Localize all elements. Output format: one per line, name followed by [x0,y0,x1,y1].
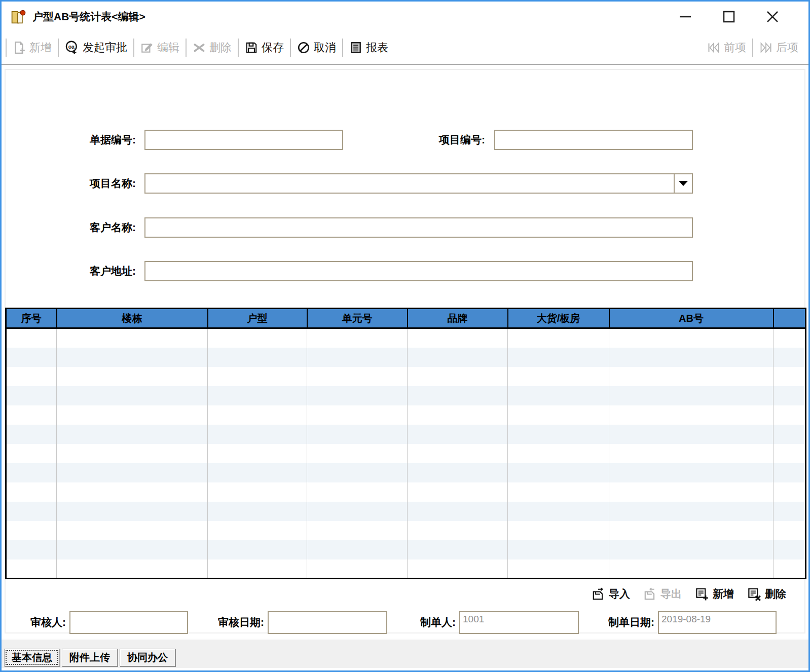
table-cell[interactable] [408,348,508,367]
table-cell[interactable] [609,348,774,367]
table-row[interactable] [6,559,806,579]
table-cell[interactable] [208,328,307,348]
table-row[interactable] [6,328,806,348]
table-cell[interactable] [508,386,609,405]
report-button[interactable]: 报表 [349,40,388,55]
table-cell[interactable] [6,328,57,348]
table-cell[interactable] [6,463,57,482]
table-cell[interactable] [208,386,307,405]
table-cell[interactable] [774,540,806,559]
table-cell[interactable] [609,463,774,482]
project-name-dropdown-button[interactable] [674,174,692,193]
table-cell[interactable] [307,348,408,367]
table-cell[interactable] [57,559,208,579]
table-row[interactable] [6,386,806,405]
table-cell[interactable] [307,405,408,425]
table-cell[interactable] [208,502,307,521]
creator-input[interactable]: 1001 [459,611,579,634]
delete-button[interactable]: 删除 [193,40,232,55]
table-cell[interactable] [307,425,408,444]
delete-row-button[interactable]: 删除 [747,587,786,601]
table-cell[interactable] [508,348,609,367]
table-cell[interactable] [408,463,508,482]
table-cell[interactable] [609,425,774,444]
table-cell[interactable] [57,367,208,386]
import-button[interactable]: 导入 [592,587,630,601]
table-cell[interactable] [774,367,806,386]
close-button[interactable] [763,7,782,26]
table-cell[interactable] [208,444,307,463]
table-cell[interactable] [508,405,609,425]
table-cell[interactable] [408,367,508,386]
table-cell[interactable] [307,502,408,521]
table-cell[interactable] [208,463,307,482]
table-cell[interactable] [774,328,806,348]
maximize-button[interactable] [719,7,739,26]
table-cell[interactable] [208,405,307,425]
customer-address-input[interactable] [144,261,693,281]
reviewer-input[interactable] [69,611,188,634]
table-cell[interactable] [6,444,57,463]
table-cell[interactable] [408,405,508,425]
table-cell[interactable] [508,328,609,348]
tab-collaboration[interactable]: 协同办公 [120,649,175,666]
table-cell[interactable] [6,348,57,367]
review-date-input[interactable] [268,611,387,634]
table-cell[interactable] [609,367,774,386]
table-row[interactable] [6,540,806,559]
table-row[interactable] [6,482,806,502]
table-row[interactable] [6,367,806,386]
table-cell[interactable] [208,540,307,559]
table-cell[interactable] [408,540,508,559]
table-row[interactable] [6,463,806,482]
table-cell[interactable] [57,502,208,521]
table-cell[interactable] [307,540,408,559]
table-cell[interactable] [57,328,208,348]
project-name-input[interactable] [145,174,674,193]
table-cell[interactable] [408,502,508,521]
table-cell[interactable] [508,425,609,444]
table-cell[interactable] [609,559,774,579]
table-cell[interactable] [6,482,57,502]
table-cell[interactable] [774,444,806,463]
table-row[interactable] [6,405,806,425]
table-cell[interactable] [307,367,408,386]
table-cell[interactable] [6,521,57,540]
table-cell[interactable] [408,482,508,502]
start-approval-button[interactable]: oa 发起审批 [65,40,127,55]
table-cell[interactable] [6,559,57,579]
table-cell[interactable] [408,559,508,579]
table-cell[interactable] [307,386,408,405]
table-cell[interactable] [307,559,408,579]
table-cell[interactable] [57,521,208,540]
table-cell[interactable] [408,386,508,405]
table-cell[interactable] [307,521,408,540]
table-cell[interactable] [208,482,307,502]
table-cell[interactable] [57,444,208,463]
table-cell[interactable] [307,444,408,463]
table-cell[interactable] [6,367,57,386]
table-cell[interactable] [609,482,774,502]
table-cell[interactable] [57,348,208,367]
table-cell[interactable] [609,444,774,463]
table-cell[interactable] [508,502,609,521]
table-cell[interactable] [6,540,57,559]
doc-no-input[interactable] [144,130,343,150]
tab-basic-info[interactable]: 基本信息 [4,649,60,666]
table-cell[interactable] [408,444,508,463]
table-cell[interactable] [408,328,508,348]
table-cell[interactable] [307,328,408,348]
table-cell[interactable] [609,502,774,521]
tab-attachment-upload[interactable]: 附件上传 [62,649,118,666]
previous-item-button[interactable]: 前项 [707,40,746,55]
next-item-button[interactable]: 后项 [759,40,798,55]
minimize-button[interactable] [676,7,695,26]
table-cell[interactable] [307,463,408,482]
add-row-button[interactable]: 新增 [695,587,734,601]
table-cell[interactable] [208,348,307,367]
table-cell[interactable] [6,386,57,405]
table-cell[interactable] [6,502,57,521]
table-row[interactable] [6,502,806,521]
table-cell[interactable] [774,463,806,482]
table-cell[interactable] [508,540,609,559]
